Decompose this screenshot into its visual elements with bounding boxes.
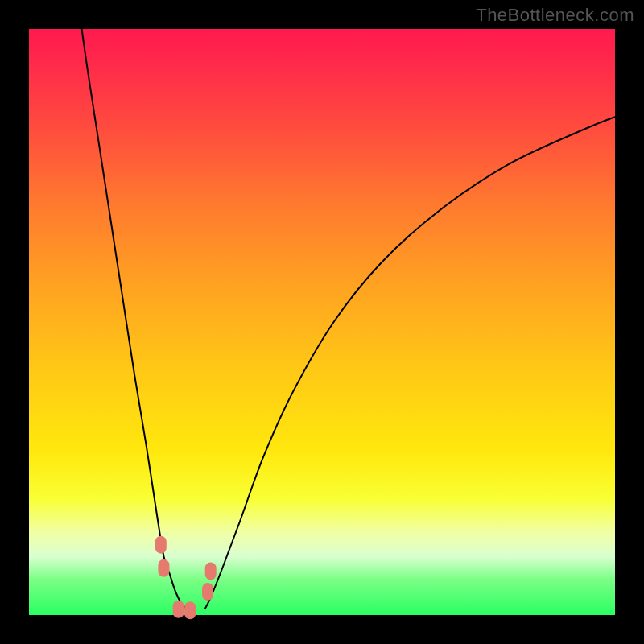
- data-marker: [184, 601, 196, 619]
- data-marker: [173, 601, 184, 618]
- data-marker: [202, 583, 213, 601]
- plot-area: [29, 29, 615, 615]
- marker-group: [155, 536, 217, 620]
- curve-right-branch: [204, 117, 615, 609]
- curve-left-branch: [82, 29, 188, 609]
- watermark-text: TheBottleneck.com: [476, 5, 634, 26]
- data-marker: [155, 536, 167, 554]
- curve-layer: [29, 29, 615, 615]
- data-marker: [205, 562, 217, 580]
- chart-frame: TheBottleneck.com: [0, 0, 644, 644]
- data-marker: [158, 559, 169, 577]
